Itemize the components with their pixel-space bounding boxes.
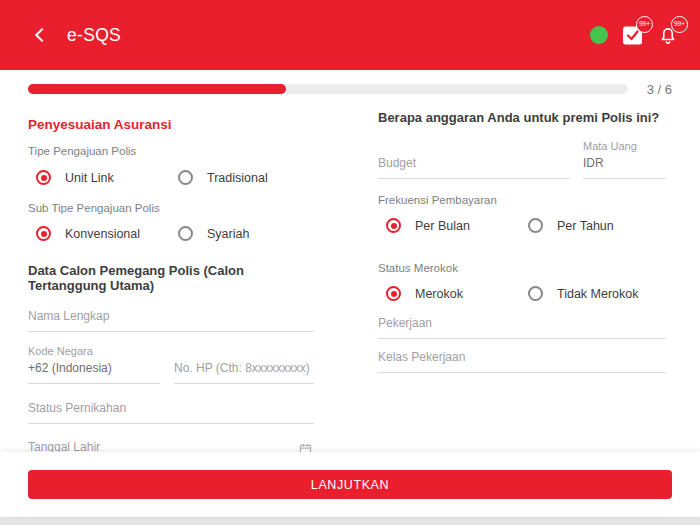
section-title-budget: Berapa anggaran Anda untuk premi Polis i… [378,110,666,125]
radio-option-unit-link[interactable]: Unit Link [36,170,178,185]
status-merokok-radio-group: Merokok Tidak Merokok [378,286,666,301]
radio-icon[interactable] [36,170,51,185]
header-actions: 99+ 99+ [590,23,680,47]
radio-icon[interactable] [528,218,543,233]
radio-option-label: Konvensional [65,227,140,241]
radio-icon[interactable] [178,170,193,185]
mata-uang-field: Mata Uang [583,140,666,179]
budget-row: Mata Uang [378,140,666,179]
tipe-pengajuan-radio-group: Unit Link Tradisional [28,170,314,185]
online-status-icon [590,26,608,44]
progress-row: 3 / 6 [0,82,700,98]
budget-field [378,153,570,179]
nama-lengkap-input[interactable] [28,306,314,332]
radio-option-konvensional[interactable]: Konvensional [36,226,178,241]
frekuensi-radio-group: Per Bulan Per Tahun [378,218,666,233]
status-merokok-label: Status Merokok [378,262,666,274]
esqs-page: e-SQS 99+ 99+ [0,0,700,525]
radio-icon[interactable] [386,218,401,233]
pekerjaan-input[interactable] [378,313,666,339]
radio-option-tidak-merokok[interactable]: Tidak Merokok [528,286,670,301]
mail-badge: 99+ [636,16,653,33]
progress-fill [28,84,286,94]
status-pernikahan-field [28,398,314,424]
nama-lengkap-field [28,306,314,332]
sub-tipe-pengajuan-label: Sub Tipe Pengajuan Polis [28,202,314,214]
kode-negara-input[interactable] [28,358,160,384]
notifications-button[interactable]: 99+ [656,23,680,47]
radio-option-label: Merokok [415,287,463,301]
radio-option-per-tahun[interactable]: Per Tahun [528,218,670,233]
page-title: e-SQS [67,25,121,46]
tipe-pengajuan-label: Tipe Pengajuan Polis [28,145,314,157]
status-pernikahan-input[interactable] [28,398,314,424]
footer-bar: LANJUTKAN [0,452,700,517]
budget-input[interactable] [378,153,570,179]
no-hp-field [174,358,314,384]
main-content: e-SQS 99+ 99+ [0,0,700,517]
app-header: e-SQS 99+ 99+ [0,0,700,70]
kelas-pekerjaan-field [378,347,666,373]
radio-icon[interactable] [528,286,543,301]
radio-icon[interactable] [178,226,193,241]
radio-icon[interactable] [36,226,51,241]
progress-step-label: 3 / 6 [647,82,672,97]
section-title-data-calon: Data Calon Pemegang Polis (Calon Tertang… [28,263,314,293]
radio-option-label: Per Tahun [557,219,614,233]
pekerjaan-field [378,313,666,339]
radio-option-tradisional[interactable]: Tradisional [178,170,320,185]
no-hp-input[interactable] [174,358,314,384]
radio-option-label: Unit Link [65,171,114,185]
frekuensi-label: Frekuensi Pembayaran [378,194,666,206]
radio-icon[interactable] [386,286,401,301]
radio-option-merokok[interactable]: Merokok [386,286,528,301]
back-button[interactable] [28,23,52,47]
phone-row: Kode Negara [28,345,314,384]
bell-badge: 99+ [671,16,688,33]
kode-negara-field: Kode Negara [28,345,160,384]
radio-option-label: Syariah [207,227,249,241]
right-column: Berapa anggaran Anda untuk premi Polis i… [378,110,666,373]
radio-option-per-bulan[interactable]: Per Bulan [386,218,528,233]
radio-option-label: Tidak Merokok [557,287,639,301]
mata-uang-input[interactable] [583,153,666,179]
progress-track [28,84,628,94]
radio-option-label: Per Bulan [415,219,470,233]
kelas-pekerjaan-input[interactable] [378,347,666,373]
messages-button[interactable]: 99+ [621,23,645,47]
radio-option-syariah[interactable]: Syariah [178,226,320,241]
chevron-left-icon [35,28,49,42]
radio-option-label: Tradisional [207,171,268,185]
sub-tipe-radio-group: Konvensional Syariah [28,226,314,241]
mata-uang-label: Mata Uang [583,140,666,152]
lanjutkan-button[interactable]: LANJUTKAN [28,470,672,499]
kode-negara-label: Kode Negara [28,345,160,357]
section-title-penyesuaian: Penyesuaian Asuransi [28,117,314,132]
